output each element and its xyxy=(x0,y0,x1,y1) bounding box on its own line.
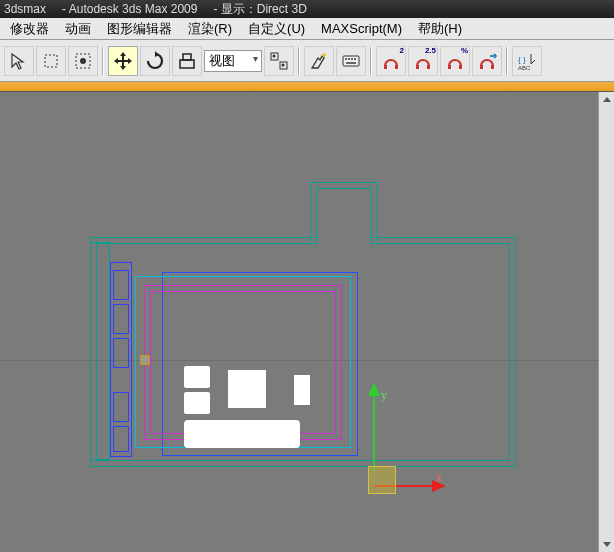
svg-rect-3 xyxy=(180,60,194,68)
svg-text:{ }: { } xyxy=(518,55,526,64)
wall-join-mask xyxy=(317,236,371,245)
object-sofa xyxy=(184,420,300,448)
menu-animation[interactable]: 动画 xyxy=(57,18,99,40)
angle-snap-label: 2.5 xyxy=(425,46,436,55)
svg-point-2 xyxy=(80,58,86,64)
svg-rect-14 xyxy=(354,58,356,60)
select-by-name-tool[interactable] xyxy=(68,46,98,76)
axis-x-label: x xyxy=(436,470,442,485)
reference-coord-combo[interactable]: 视图 xyxy=(204,50,262,72)
svg-rect-23 xyxy=(491,65,494,69)
object-cushion-2 xyxy=(184,392,210,414)
select-object-tool[interactable] xyxy=(4,46,34,76)
main-toolbar: 视图 2 2.5 % { }ABC xyxy=(0,40,614,82)
menu-graph-editors[interactable]: 图形编辑器 xyxy=(99,18,180,40)
left-panel-seg-1 xyxy=(113,270,129,300)
svg-rect-10 xyxy=(343,56,359,66)
toolbar-divider-3 xyxy=(370,47,372,75)
svg-rect-18 xyxy=(416,65,419,69)
svg-rect-22 xyxy=(480,65,483,69)
menu-help[interactable]: 帮助(H) xyxy=(410,18,470,40)
menu-customize[interactable]: 自定义(U) xyxy=(240,18,313,40)
menu-rendering[interactable]: 渲染(R) xyxy=(180,18,240,40)
menubar: 修改器 动画 图形编辑器 渲染(R) 自定义(U) MAXScript(M) 帮… xyxy=(0,18,614,40)
selection-handle[interactable] xyxy=(140,355,150,365)
rotate-tool[interactable] xyxy=(140,46,170,76)
svg-point-7 xyxy=(273,54,276,57)
svg-rect-4 xyxy=(183,54,191,60)
object-chair xyxy=(294,375,310,405)
left-panel-seg-5 xyxy=(113,426,129,452)
app-name: 3dsmax xyxy=(4,2,46,16)
axis-y-arrow-icon xyxy=(368,382,380,396)
reference-coord-value: 视图 xyxy=(209,52,235,70)
titlebar: 3dsmax - Autodesk 3ds Max 2009 - 显示：Dire… xyxy=(0,0,614,18)
svg-point-9 xyxy=(322,53,326,57)
move-tool[interactable] xyxy=(108,46,138,76)
percent-snap-toggle[interactable]: % xyxy=(440,46,470,76)
left-panel-seg-3 xyxy=(113,338,129,368)
svg-rect-17 xyxy=(395,65,398,69)
snap-toggle-2d[interactable]: 2 xyxy=(376,46,406,76)
menu-modifiers[interactable]: 修改器 xyxy=(2,18,57,40)
svg-text:ABC: ABC xyxy=(518,65,531,71)
toolbar-divider-2 xyxy=(298,47,300,75)
axis-y-line xyxy=(373,395,375,471)
svg-rect-21 xyxy=(459,65,462,69)
menu-maxscript[interactable]: MAXScript(M) xyxy=(313,19,410,38)
room-magenta-inner xyxy=(150,291,336,434)
named-selection-sets[interactable]: { }ABC xyxy=(512,46,542,76)
left-panel-seg-2 xyxy=(113,304,129,334)
vertical-scrollbar[interactable] xyxy=(598,92,614,552)
manipulate-tool[interactable] xyxy=(304,46,334,76)
timeline-strip[interactable] xyxy=(0,82,614,92)
object-cushion-1 xyxy=(184,366,210,388)
svg-rect-13 xyxy=(351,58,353,60)
svg-rect-20 xyxy=(448,65,451,69)
use-pivot-center-tool[interactable] xyxy=(264,46,294,76)
svg-rect-19 xyxy=(427,65,430,69)
keyboard-shortcut-toggle[interactable] xyxy=(336,46,366,76)
product-name: - Autodesk 3ds Max 2009 xyxy=(62,2,197,16)
axis-origin-handle[interactable] xyxy=(368,466,396,494)
select-region-tool[interactable] xyxy=(36,46,66,76)
svg-rect-11 xyxy=(345,58,347,60)
left-strip xyxy=(90,242,110,460)
axis-y-label: y xyxy=(381,388,387,403)
svg-rect-0 xyxy=(45,55,57,67)
object-table xyxy=(228,370,266,408)
toolbar-divider-4 xyxy=(506,47,508,75)
svg-rect-15 xyxy=(346,62,356,64)
display-driver: - 显示：Direct 3D xyxy=(213,1,306,18)
scale-tool[interactable] xyxy=(172,46,202,76)
svg-point-8 xyxy=(282,63,285,66)
spinner-snap-toggle[interactable] xyxy=(472,46,502,76)
svg-rect-16 xyxy=(384,65,387,69)
left-panel-seg-4 xyxy=(113,392,129,422)
viewport-top[interactable]: y x xyxy=(0,92,614,552)
svg-rect-12 xyxy=(348,58,350,60)
angle-snap-toggle[interactable]: 2.5 xyxy=(408,46,438,76)
toolbar-divider-1 xyxy=(102,47,104,75)
